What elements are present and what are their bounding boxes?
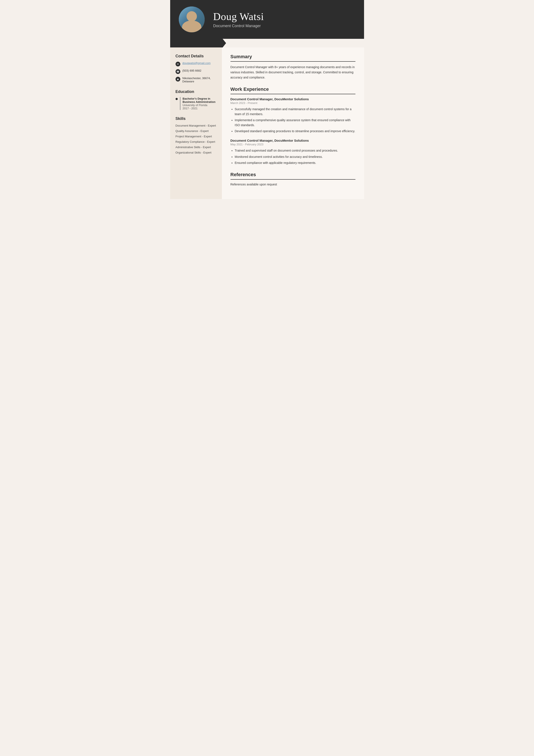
edu-school: University of Florida xyxy=(183,103,216,107)
skills-section: Skills Document Management - ExpertQuali… xyxy=(176,117,216,154)
candidate-name: Doug Watsi xyxy=(213,11,355,22)
job-bullet: Developed standard operating procedures … xyxy=(235,129,355,133)
references-section: References References available upon req… xyxy=(231,172,355,186)
phone-text: (503) 695 6682 xyxy=(183,69,201,72)
main-layout: Contact Details ✉ dougwatsi@gmail.com ☎ … xyxy=(170,47,364,199)
skill-item: Regulatory Compliance - Expert xyxy=(176,140,216,143)
contact-section: Contact Details ✉ dougwatsi@gmail.com ☎ … xyxy=(176,54,216,83)
skill-item: Administrative Skills - Expert xyxy=(176,146,216,149)
work-experience-title: Work Experience xyxy=(231,87,355,94)
avatar xyxy=(179,7,205,32)
job-bullet: Implemented a comprehensive quality assu… xyxy=(235,118,355,127)
skill-item: Organizational Skills - Expert xyxy=(176,151,216,154)
job-item: Document Control Manager, DocuMentor Sol… xyxy=(231,97,355,133)
header-text: Doug Watsi Document Control Manager xyxy=(213,11,355,28)
contact-email-item: ✉ dougwatsi@gmail.com xyxy=(176,62,216,67)
job-bullets: Successfully managed the creation and ma… xyxy=(231,107,355,133)
email-icon: ✉ xyxy=(176,62,180,67)
summary-section: Summary Document Control Manager with 8+… xyxy=(231,54,355,80)
skill-item: Document Management - Expert xyxy=(176,124,216,127)
job-bullets: Trained and supervised staff on document… xyxy=(231,148,355,165)
edu-years: 2017 - 2021 xyxy=(183,107,216,110)
contact-phone-item: ☎ (503) 695 6682 xyxy=(176,69,216,74)
skills-list: Document Management - ExpertQuality Assu… xyxy=(176,124,216,154)
email-link[interactable]: dougwatsi@gmail.com xyxy=(183,62,211,65)
job-title: Document Control Manager, DocuMentor Sol… xyxy=(231,139,355,142)
summary-text: Document Control Manager with 8+ years o… xyxy=(231,65,355,80)
edu-degree: Bachelor's Degree in Business Administra… xyxy=(183,97,216,103)
address-text: Nikolaschester, 36674, Delaware xyxy=(183,76,216,83)
edu-bullet-icon xyxy=(176,98,178,100)
job-date: May 2021 - February 2023 xyxy=(231,143,355,146)
location-icon: ◉ xyxy=(176,77,180,82)
job-bullet: Monitored document control activities fo… xyxy=(235,154,355,159)
sidebar: Contact Details ✉ dougwatsi@gmail.com ☎ … xyxy=(170,47,222,199)
job-bullet: Ensured compliance with applicable regul… xyxy=(235,160,355,165)
references-text: References available upon request xyxy=(231,183,355,186)
candidate-title: Document Control Manager xyxy=(213,24,355,28)
education-title: Education xyxy=(176,90,216,94)
job-date: March 2023 - Present xyxy=(231,101,355,105)
education-item: Bachelor's Degree in Business Administra… xyxy=(176,97,216,110)
job-bullet: Trained and supervised staff on document… xyxy=(235,148,355,153)
header-decoration xyxy=(170,39,364,47)
contact-address-item: ◉ Nikolaschester, 36674, Delaware xyxy=(176,76,216,83)
main-content: Summary Document Control Manager with 8+… xyxy=(222,47,364,199)
phone-icon: ☎ xyxy=(176,69,180,74)
references-title: References xyxy=(231,172,355,180)
job-item: Document Control Manager, DocuMentor Sol… xyxy=(231,139,355,165)
contact-title: Contact Details xyxy=(176,54,216,58)
work-experience-section: Work Experience Document Control Manager… xyxy=(231,87,355,165)
job-bullet: Successfully managed the creation and ma… xyxy=(235,107,355,117)
skill-item: Project Management - Expert xyxy=(176,135,216,138)
skill-item: Quality Assurance - Expert xyxy=(176,129,216,133)
job-title: Document Control Manager, DocuMentor Sol… xyxy=(231,97,355,101)
edu-details: Bachelor's Degree in Business Administra… xyxy=(180,97,216,110)
jobs-list: Document Control Manager, DocuMentor Sol… xyxy=(231,97,355,165)
education-section: Education Bachelor's Degree in Business … xyxy=(176,90,216,110)
summary-title: Summary xyxy=(231,54,355,62)
resume-header: Doug Watsi Document Control Manager xyxy=(170,0,364,39)
skills-title: Skills xyxy=(176,117,216,121)
